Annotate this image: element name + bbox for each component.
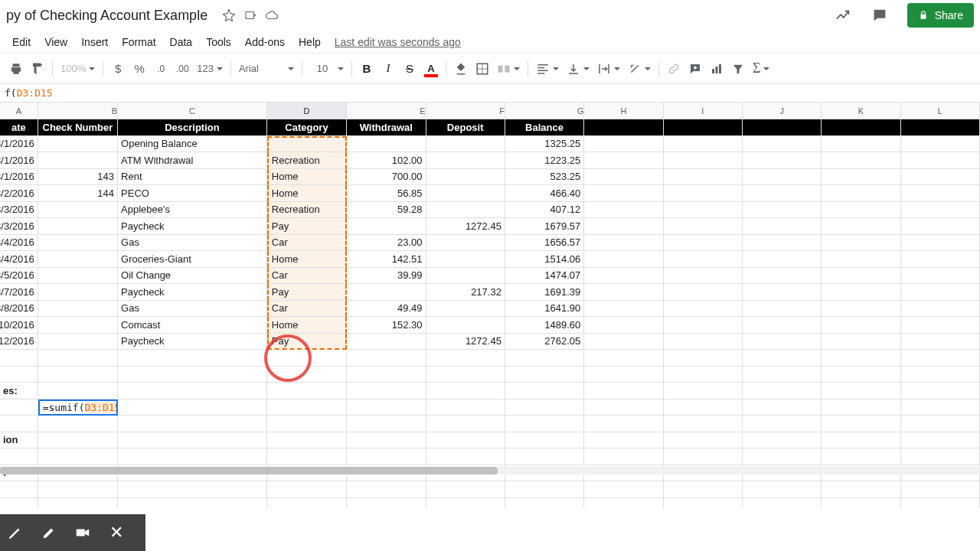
- cell[interactable]: [584, 301, 663, 318]
- cell[interactable]: 3/2/2016: [0, 185, 38, 202]
- font-select[interactable]: Arial: [236, 61, 297, 76]
- cell[interactable]: [743, 169, 822, 186]
- decrease-decimal[interactable]: .0: [151, 59, 171, 79]
- cell[interactable]: [584, 284, 663, 301]
- cell[interactable]: [901, 350, 980, 367]
- cell[interactable]: [38, 152, 118, 169]
- cell[interactable]: [426, 317, 505, 334]
- cell[interactable]: 407.12: [505, 202, 584, 219]
- cell[interactable]: [664, 268, 743, 285]
- increase-decimal[interactable]: .00: [172, 59, 192, 79]
- cell[interactable]: [347, 416, 426, 432]
- cell[interactable]: [267, 367, 347, 383]
- cell[interactable]: [426, 185, 505, 202]
- cell[interactable]: 23.00: [347, 235, 426, 252]
- col-header-j[interactable]: J: [743, 103, 822, 119]
- cell[interactable]: [743, 284, 822, 301]
- cell[interactable]: [505, 350, 584, 367]
- cell[interactable]: [38, 301, 118, 318]
- cell[interactable]: Opening Balance: [118, 136, 267, 153]
- cell[interactable]: [743, 235, 822, 252]
- cell[interactable]: [584, 136, 663, 153]
- cell[interactable]: [664, 169, 743, 186]
- cell[interactable]: [822, 432, 900, 449]
- cell[interactable]: [584, 169, 663, 186]
- cell[interactable]: Car: [267, 301, 347, 318]
- cell[interactable]: 1272.45: [426, 218, 505, 235]
- cell[interactable]: [822, 481, 900, 498]
- cell[interactable]: [0, 399, 38, 416]
- cell[interactable]: [822, 383, 900, 399]
- cell[interactable]: 10/2016: [0, 317, 38, 334]
- cell[interactable]: [584, 268, 663, 285]
- cell[interactable]: [426, 301, 505, 318]
- cell[interactable]: [347, 383, 426, 399]
- hscroll-thumb[interactable]: [0, 467, 498, 474]
- share-button[interactable]: Share: [907, 3, 974, 28]
- cell[interactable]: [901, 251, 980, 268]
- cell[interactable]: [267, 498, 347, 509]
- cell[interactable]: [0, 367, 38, 383]
- cell[interactable]: [584, 432, 663, 449]
- cell[interactable]: [426, 152, 505, 169]
- cell[interactable]: [584, 235, 663, 252]
- cell[interactable]: [426, 448, 505, 465]
- cell[interactable]: [118, 350, 267, 367]
- cell[interactable]: Home: [267, 317, 347, 334]
- cell[interactable]: [743, 432, 822, 449]
- cell[interactable]: [584, 334, 663, 350]
- cell[interactable]: [347, 218, 426, 235]
- cell[interactable]: [505, 432, 584, 449]
- cell[interactable]: [901, 399, 980, 416]
- cell[interactable]: [426, 481, 505, 498]
- cell[interactable]: 1489.60: [505, 317, 584, 334]
- last-edit-link[interactable]: Last edit was seconds ago: [335, 36, 461, 48]
- cell[interactable]: 102.00: [347, 152, 426, 169]
- cell[interactable]: [505, 498, 584, 509]
- cell[interactable]: [584, 481, 663, 498]
- cell[interactable]: [505, 416, 584, 432]
- link-icon[interactable]: [664, 59, 684, 79]
- cell[interactable]: [584, 317, 663, 334]
- cell[interactable]: 3/3/2016: [0, 202, 38, 219]
- cell[interactable]: [822, 498, 900, 509]
- cell[interactable]: 49.49: [347, 301, 426, 318]
- cell[interactable]: [267, 448, 347, 465]
- cell[interactable]: [822, 169, 900, 186]
- cell[interactable]: [822, 448, 900, 465]
- col-header-a[interactable]: A: [0, 103, 38, 119]
- cell[interactable]: Home: [267, 169, 347, 186]
- cell[interactable]: [267, 136, 347, 153]
- halign-icon[interactable]: [533, 60, 562, 77]
- cell[interactable]: 39.99: [347, 268, 426, 285]
- comment-insert-icon[interactable]: [685, 59, 705, 79]
- cell[interactable]: [347, 350, 426, 367]
- cell[interactable]: [38, 136, 118, 153]
- formula-bar[interactable]: f(D3:D15: [0, 84, 980, 103]
- cell[interactable]: [426, 432, 505, 449]
- cell[interactable]: [118, 367, 267, 383]
- cell[interactable]: Car: [267, 235, 347, 252]
- text-color-button[interactable]: A: [421, 59, 441, 79]
- cell[interactable]: [743, 399, 822, 416]
- cell[interactable]: [584, 416, 663, 432]
- header-cell[interactable]: Withdrawal: [347, 119, 426, 136]
- cell[interactable]: [901, 301, 980, 318]
- cell[interactable]: Pay: [267, 334, 347, 350]
- cell[interactable]: [664, 350, 743, 367]
- formula-editing-cell[interactable]: =sumif(D3:D15: [38, 399, 118, 416]
- cell[interactable]: [0, 481, 38, 498]
- cell[interactable]: [38, 235, 118, 252]
- cell[interactable]: [901, 416, 980, 432]
- cell[interactable]: [426, 235, 505, 252]
- cell[interactable]: [743, 498, 822, 509]
- cell[interactable]: Paycheck: [118, 334, 267, 350]
- cell[interactable]: [901, 383, 980, 399]
- cell[interactable]: [584, 350, 663, 367]
- cell[interactable]: [38, 432, 118, 449]
- cell[interactable]: Car: [267, 268, 347, 285]
- header-cell[interactable]: Balance: [505, 119, 584, 136]
- cell[interactable]: [347, 334, 426, 350]
- borders-icon[interactable]: [472, 59, 492, 79]
- cell[interactable]: 3/5/2016: [0, 268, 38, 285]
